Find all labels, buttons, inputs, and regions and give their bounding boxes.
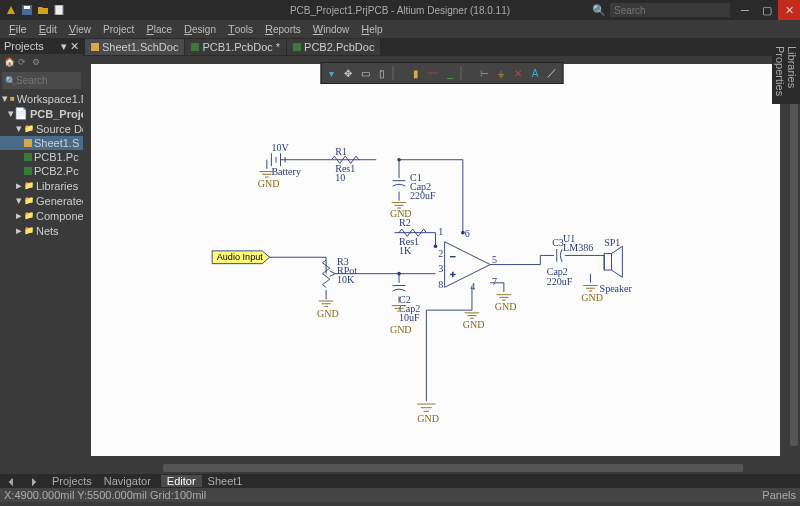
svg-text:GND: GND (390, 324, 412, 335)
svg-point-32 (434, 245, 438, 249)
svg-text:Battery: Battery (271, 166, 300, 177)
svg-rect-2 (55, 5, 63, 15)
svg-text:−: − (450, 251, 456, 262)
menu-edit[interactable]: Edit (34, 23, 62, 35)
tool-noerc-icon[interactable]: ✕ (511, 66, 525, 80)
menu-tools[interactable]: Tools (223, 23, 258, 35)
vertical-scrollbar[interactable] (788, 56, 800, 462)
menu-view[interactable]: View (64, 23, 96, 35)
tree-nets[interactable]: ▸📁Nets (0, 223, 83, 238)
tool-bus-icon[interactable]: 〰 (426, 66, 440, 80)
tree-generated[interactable]: ▾📁Generated (0, 193, 83, 208)
svg-rect-73 (604, 254, 611, 270)
menu-window[interactable]: Window (308, 23, 355, 35)
new-icon[interactable] (52, 3, 66, 17)
tree-pcb2[interactable]: PCB2.Pc (0, 164, 83, 178)
bottom-tab-editor[interactable]: Editor (161, 475, 202, 487)
svg-text:Audio Input: Audio Input (217, 252, 264, 262)
panel-tool-refresh-icon[interactable]: ⟳ (18, 57, 28, 67)
titlebar: PCB_Project1.PrjPCB - Altium Designer (1… (0, 0, 800, 20)
tab-sheet1[interactable]: Sheet1.SchDoc (85, 39, 184, 55)
minimize-button[interactable]: ─ (734, 0, 756, 20)
projects-search-input[interactable] (16, 75, 78, 86)
global-search-input[interactable] (610, 3, 730, 17)
svg-text:220uF: 220uF (547, 276, 573, 287)
menu-reports[interactable]: Reports (260, 23, 306, 35)
svg-text:GND: GND (463, 319, 485, 330)
tree-project[interactable]: ▾📄PCB_Project (0, 106, 83, 121)
tree-workspace[interactable]: ▾■Workspace1.D (0, 91, 83, 106)
search-icon: 🔍 (592, 4, 606, 17)
tool-place-icon[interactable]: ▭ (358, 66, 372, 80)
bottom-nav-left-icon[interactable]: ⏴ (0, 475, 23, 487)
close-button[interactable]: ✕ (778, 0, 800, 20)
tool-port-icon[interactable]: ⊢ (477, 66, 491, 80)
svg-text:10V: 10V (271, 142, 289, 153)
menu-design[interactable]: Design (179, 23, 221, 35)
schematic-canvas[interactable]: 10V Battery R1 Res1 10 C1 Cap2 220uF R2 … (91, 64, 780, 456)
bottom-tab-projects[interactable]: Projects (46, 475, 98, 487)
svg-text:5: 5 (492, 254, 497, 265)
svg-text:+: + (450, 269, 456, 280)
window-controls: ─ ▢ ✕ (734, 0, 800, 20)
panel-tool-gear-icon[interactable]: ⚙ (32, 57, 42, 67)
tree-pcb1[interactable]: PCB1.Pc (0, 150, 83, 164)
content-area: Sheet1.SchDoc PCB1.PcbDoc * PCB2.PcbDoc (83, 38, 800, 474)
tree-sheet1[interactable]: Sheet1.S (0, 136, 83, 150)
tool-line-icon[interactable]: ／ (545, 66, 559, 80)
tool-part-icon[interactable]: ▯ (375, 66, 389, 80)
tool-power-icon[interactable]: ⏚ (494, 66, 508, 80)
projects-panel-header: Projects ▾ ✕ (0, 38, 83, 54)
tool-text-icon[interactable]: A (528, 66, 542, 80)
svg-text:Speaker: Speaker (600, 283, 633, 294)
panel-menu-icon[interactable]: ▾ ✕ (61, 40, 79, 53)
canvas-area: 10V Battery R1 Res1 10 C1 Cap2 220uF R2 … (83, 56, 800, 474)
right-tab-properties[interactable]: Properties (774, 42, 786, 100)
menu-help[interactable]: Help (356, 23, 387, 35)
svg-text:1: 1 (438, 226, 443, 237)
panel-tool-home-icon[interactable]: 🏠 (4, 57, 14, 67)
svg-text:C3: C3 (552, 237, 564, 248)
tab-pcb1[interactable]: PCB1.PcbDoc * (185, 39, 286, 55)
tree-libraries[interactable]: ▸📁Libraries (0, 178, 83, 193)
svg-text:GND: GND (417, 413, 439, 424)
svg-text:3: 3 (438, 263, 443, 274)
projects-search: 🔍 (2, 72, 81, 89)
svg-text:10uF: 10uF (399, 312, 420, 323)
svg-text:GND: GND (390, 208, 412, 219)
bottom-tab-sheet1[interactable]: Sheet1 (202, 475, 249, 487)
svg-text:1K: 1K (399, 245, 412, 256)
menu-file[interactable]: File (4, 23, 32, 35)
svg-text:R1: R1 (335, 146, 347, 157)
status-coords: X:4900.000mil Y:5500.000mil Grid:100mil (4, 489, 206, 501)
svg-text:4: 4 (470, 281, 475, 292)
maximize-button[interactable]: ▢ (756, 0, 778, 20)
project-tree: ▾■Workspace1.D ▾📄PCB_Project ▾📁Source Do… (0, 91, 83, 474)
svg-text:6: 6 (465, 228, 470, 239)
open-icon[interactable] (36, 3, 50, 17)
tree-source[interactable]: ▾📁Source Do (0, 121, 83, 136)
bottom-tab-navigator[interactable]: Navigator (98, 475, 157, 487)
projects-panel-tools: 🏠 ⟳ ⚙ (0, 54, 83, 70)
menu-project[interactable]: Project (98, 23, 139, 35)
tree-components[interactable]: ▸📁Componer (0, 208, 83, 223)
svg-text:LM386: LM386 (563, 242, 593, 253)
tab-pcb2[interactable]: PCB2.PcbDoc (287, 39, 380, 55)
window-title: PCB_Project1.PrjPCB - Altium Designer (1… (290, 5, 510, 16)
tool-wire-icon[interactable]: ▮ (409, 66, 423, 80)
document-tabs: Sheet1.SchDoc PCB1.PcbDoc * PCB2.PcbDoc (83, 38, 800, 56)
save-icon[interactable] (20, 3, 34, 17)
tool-move-icon[interactable]: ✥ (341, 66, 355, 80)
tool-net-icon[interactable]: ⎯ (443, 66, 457, 80)
status-panels[interactable]: Panels (762, 489, 796, 501)
svg-text:8: 8 (438, 279, 443, 290)
svg-rect-1 (24, 6, 30, 9)
bottom-nav-right-icon[interactable]: ⏵ (23, 475, 46, 487)
right-panel-tabs: Libraries Properties (772, 38, 800, 104)
menu-place[interactable]: Place (141, 23, 177, 35)
right-tab-libraries[interactable]: Libraries (786, 42, 798, 100)
horizontal-scrollbar[interactable] (83, 462, 788, 474)
tool-select-icon[interactable]: ▾ (324, 66, 338, 80)
svg-text:7: 7 (492, 276, 497, 287)
svg-point-29 (397, 158, 401, 162)
